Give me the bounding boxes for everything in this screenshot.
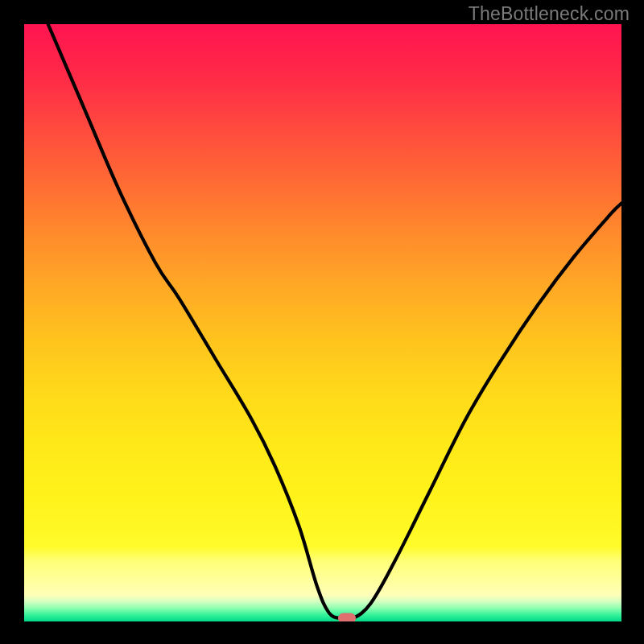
plot-area bbox=[24, 24, 621, 621]
curve-path bbox=[48, 24, 621, 620]
bottleneck-curve bbox=[24, 24, 621, 621]
watermark-text: TheBottleneck.com bbox=[469, 3, 630, 25]
optimum-marker bbox=[338, 613, 356, 621]
chart-frame: TheBottleneck.com bbox=[0, 0, 644, 644]
